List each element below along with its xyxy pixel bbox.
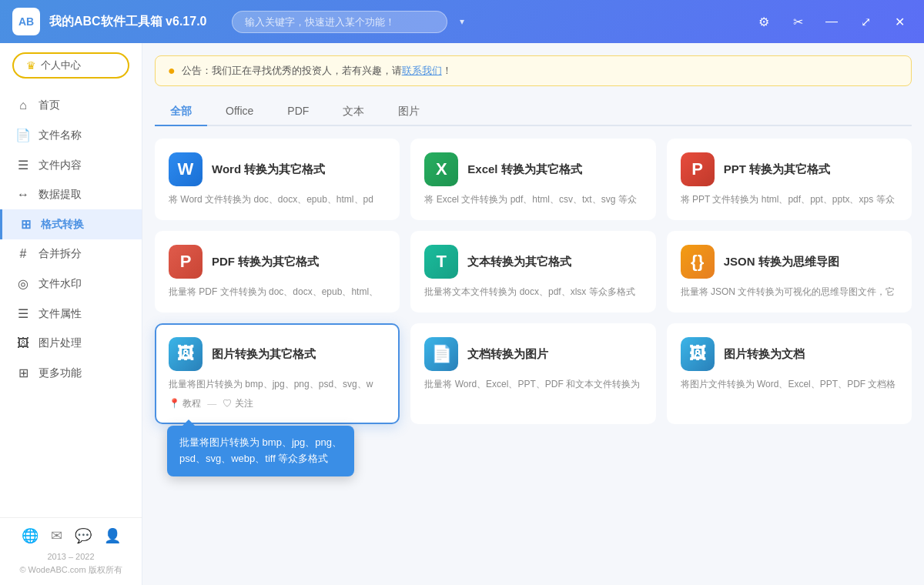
sidebar-label-imageprocess: 图片处理 <box>38 336 82 350</box>
sidebar-item-fileattr[interactable]: ☰文件属性 <box>0 299 142 329</box>
card-desc: 批量将 Word、Excel、PPT、PDF 和文本文件转换为 <box>424 377 641 391</box>
mergesplit-icon: # <box>15 247 31 261</box>
card-icon: T <box>424 245 458 279</box>
copyright: 2013 – 2022 © WodeABC.com 版权所有 <box>12 550 129 576</box>
sidebar-item-imageprocess[interactable]: 🖼图片处理 <box>0 329 142 358</box>
card-desc: 批量将文本文件转换为 docx、pdf、xlsx 等众多格式 <box>424 285 641 299</box>
card-icon: P <box>681 152 715 186</box>
category-tabs: 全部OfficePDF文本图片 <box>155 99 912 126</box>
sidebar-item-dataextract[interactable]: ↔数据提取 <box>0 180 142 209</box>
sidebar-label-mergesplit: 合并拆分 <box>38 247 82 261</box>
tab-text[interactable]: 文本 <box>327 99 380 126</box>
card-title: 文档转换为图片 <box>467 347 548 362</box>
sidebar-item-watermark[interactable]: ◎文件水印 <box>0 269 142 299</box>
sidebar-item-mergesplit[interactable]: #合并拆分 <box>0 239 142 269</box>
card-desc: 批量将 JSON 文件转换为可视化的思维导图文件，它 <box>681 285 898 299</box>
app-title: 我的ABC软件工具箱 v6.17.0 <box>49 14 207 30</box>
card-title: JSON 转换为思维导图 <box>724 255 839 269</box>
card-title: PDF 转换为其它格式 <box>212 255 319 269</box>
dataextract-icon: ↔ <box>15 188 31 202</box>
sidebar-item-filecontent[interactable]: ☰文件内容 <box>0 150 142 180</box>
card-desc: 将图片文件转换为 Word、Excel、PPT、PDF 文档格 <box>681 377 898 391</box>
titlebar: AB 我的ABC软件工具箱 v6.17.0 ▾ ⚙ ✂ — ⤢ ✕ <box>0 0 924 43</box>
sidebar-label-watermark: 文件水印 <box>38 277 82 291</box>
card-header: P PDF 转换为其它格式 <box>169 245 386 279</box>
search-dropdown-icon[interactable]: ▾ <box>460 16 464 27</box>
tutorial-link[interactable]: 📍 教程 <box>169 397 201 410</box>
user-icon[interactable]: 👤 <box>104 527 121 544</box>
chat-icon[interactable]: 💬 <box>75 527 92 544</box>
card-image-convert[interactable]: 🖼 图片转换为其它格式 批量将图片转换为 bmp、jpg、png、psd、svg… <box>155 323 400 424</box>
card-header: X Excel 转换为其它格式 <box>424 152 641 186</box>
card-header: T 文本转换为其它格式 <box>424 245 641 279</box>
card-header: P PPT 转换为其它格式 <box>681 152 898 186</box>
crown-icon: ♛ <box>26 59 36 72</box>
profile-button[interactable]: ♛ 个人中心 <box>12 52 129 79</box>
sidebar-nav: ⌂首页📄文件名称☰文件内容↔数据提取⊞格式转换#合并拆分◎文件水印☰文件属性🖼图… <box>0 91 142 517</box>
sidebar-label-filecontent: 文件内容 <box>38 159 82 172</box>
card-header: 🖼 图片转换为其它格式 <box>169 337 386 371</box>
card-ppt-convert[interactable]: P PPT 转换为其它格式 将 PPT 文件转换为 html、pdf、ppt、p… <box>667 139 912 220</box>
watermark-icon: ◎ <box>15 276 31 291</box>
card-json-convert[interactable]: {} JSON 转换为思维导图 批量将 JSON 文件转换为可视化的思维导图文件… <box>667 231 912 313</box>
sidebar-label-formatconvert: 格式转换 <box>41 218 84 232</box>
card-header: {} JSON 转换为思维导图 <box>681 245 898 279</box>
sidebar-label-fileattr: 文件属性 <box>38 307 82 321</box>
card-text-convert[interactable]: T 文本转换为其它格式 批量将文本文件转换为 docx、pdf、xlsx 等众多… <box>410 231 655 313</box>
card-pdf-convert[interactable]: P PDF 转换为其它格式 批量将 PDF 文件转换为 doc、docx、epu… <box>155 231 400 313</box>
sidebar: ♛ 个人中心 ⌂首页📄文件名称☰文件内容↔数据提取⊞格式转换#合并拆分◎文件水印… <box>0 43 142 585</box>
tab-pdf[interactable]: PDF <box>272 99 324 126</box>
sidebar-label-filename: 文件名称 <box>38 129 82 142</box>
sidebar-bottom: 🌐✉💬👤 2013 – 2022 © WodeABC.com 版权所有 <box>0 517 142 585</box>
scissors-button[interactable]: ✂ <box>785 9 810 34</box>
sidebar-label-dataextract: 数据提取 <box>38 188 82 202</box>
fileattr-icon: ☰ <box>15 306 31 321</box>
card-icon: 🖼 <box>681 337 715 371</box>
card-desc: 将 PPT 文件转换为 html、pdf、ppt、pptx、xps 等众 <box>681 192 898 206</box>
filecontent-icon: ☰ <box>15 158 31 172</box>
sidebar-item-home[interactable]: ⌂首页 <box>0 91 142 120</box>
sidebar-item-filename[interactable]: 📄文件名称 <box>0 120 142 150</box>
search-input[interactable] <box>232 11 447 33</box>
announce-text: 公告：我们正在寻找优秀的投资人，若有兴趣，请联系我们！ <box>182 64 452 78</box>
close-button[interactable]: ✕ <box>887 9 912 34</box>
card-excel-convert[interactable]: X Excel 转换为其它格式 将 Excel 文件转换为 pdf、html、c… <box>410 139 655 220</box>
web-icon[interactable]: 🌐 <box>22 527 38 544</box>
card-header: W Word 转换为其它格式 <box>169 152 386 186</box>
card-icon: P <box>169 245 203 279</box>
morefunc-icon: ⊞ <box>15 366 31 380</box>
minimize-button[interactable]: — <box>819 9 844 34</box>
maximize-button[interactable]: ⤢ <box>853 9 878 34</box>
card-image-to-doc[interactable]: 🖼 图片转换为文档 将图片文件转换为 Word、Excel、PPT、PDF 文档… <box>667 323 912 424</box>
card-header: 🖼 图片转换为文档 <box>681 337 898 371</box>
card-icon: W <box>169 152 203 186</box>
card-title: 文本转换为其它格式 <box>467 255 571 269</box>
card-word-convert[interactable]: W Word 转换为其它格式 将 Word 文件转换为 doc、docx、epu… <box>155 139 400 220</box>
card-header: 📄 文档转换为图片 <box>424 337 641 371</box>
follow-link[interactable]: ♡ 关注 <box>223 397 253 410</box>
settings-button[interactable]: ⚙ <box>752 9 776 34</box>
card-desc: 批量将 PDF 文件转换为 doc、docx、epub、html、 <box>169 285 386 299</box>
email-icon[interactable]: ✉ <box>51 527 62 544</box>
tab-all[interactable]: 全部 <box>155 99 207 126</box>
card-title: 图片转换为其它格式 <box>212 347 316 362</box>
action-sep: — <box>207 399 216 410</box>
contact-link[interactable]: 联系我们 <box>402 65 442 76</box>
tooltip-popup: 批量将图片转换为 bmp、jpg、png、psd、svg、webp、tiff 等… <box>167 426 354 476</box>
card-title: Excel 转换为其它格式 <box>467 162 581 177</box>
filename-icon: 📄 <box>15 128 31 142</box>
card-icon: 📄 <box>424 337 458 371</box>
announce-icon: ● <box>168 64 176 78</box>
imageprocess-icon: 🖼 <box>15 336 31 350</box>
app-logo: AB <box>12 8 40 35</box>
cards-grid: W Word 转换为其它格式 将 Word 文件转换为 doc、docx、epu… <box>155 139 912 424</box>
card-title: PPT 转换为其它格式 <box>724 162 830 177</box>
sidebar-item-morefunc[interactable]: ⊞更多功能 <box>0 358 142 388</box>
sidebar-item-formatconvert[interactable]: ⊞格式转换 <box>0 209 142 239</box>
card-icon: X <box>424 152 458 186</box>
card-desc: 将 Word 文件转换为 doc、docx、epub、html、pd <box>169 192 386 206</box>
card-doc-to-image[interactable]: 📄 文档转换为图片 批量将 Word、Excel、PPT、PDF 和文本文件转换… <box>410 323 655 424</box>
tab-image[interactable]: 图片 <box>383 99 435 126</box>
tab-office[interactable]: Office <box>210 99 269 126</box>
profile-label: 个人中心 <box>41 58 81 72</box>
